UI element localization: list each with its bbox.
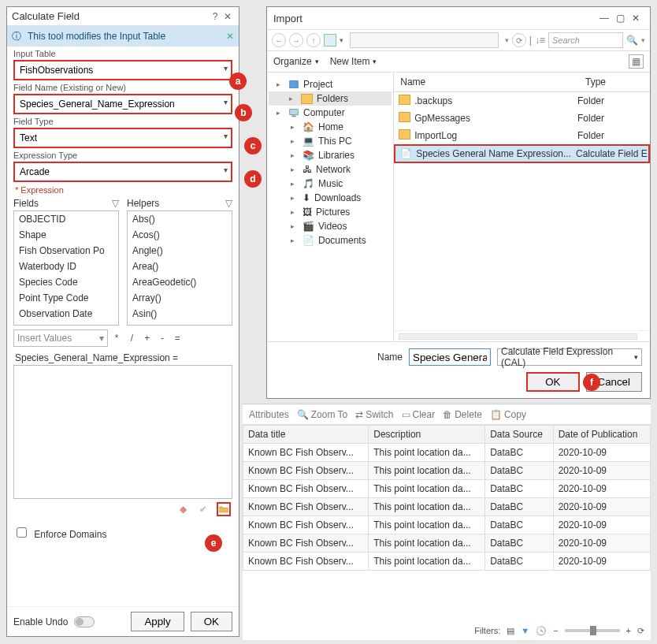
tb-clear[interactable]: ▭ Clear (402, 409, 436, 420)
tb-attributes[interactable]: Attributes (249, 409, 289, 420)
helper-item[interactable]: Angle() (128, 243, 232, 259)
field-item[interactable]: Shape (14, 227, 118, 243)
helper-item[interactable]: Acos() (128, 227, 232, 243)
field-item[interactable]: Waterbody ID (14, 259, 118, 274)
tb-copy[interactable]: 📋 Copy (490, 409, 526, 420)
table-row[interactable]: Known BC Fish Observ...This point locati… (243, 534, 651, 553)
tree-item[interactable]: ▸📚Libraries (269, 148, 392, 162)
tree-item[interactable]: ▸🖧Network (269, 162, 392, 177)
tree-computer[interactable]: Computer (303, 107, 345, 118)
field-name-dropdown[interactable] (13, 94, 232, 114)
eraser-icon[interactable]: ◆ (176, 502, 190, 516)
op-add[interactable]: + (141, 333, 154, 344)
search-input[interactable]: Search (548, 32, 623, 48)
tb-delete[interactable]: 🗑 Delete (443, 409, 482, 420)
file-row[interactable]: 📄Species General Name Expression...Calcu… (394, 144, 650, 163)
close-icon[interactable]: ✕ (221, 11, 234, 22)
tree-item[interactable]: ▸🎵Music (269, 177, 392, 191)
tree-folders[interactable]: Folders (317, 93, 348, 104)
op-divide[interactable]: / (125, 333, 138, 344)
col-type[interactable]: Type (579, 73, 650, 91)
helper-item[interactable]: Asin() (128, 306, 232, 322)
import-ok-button[interactable]: OK (526, 372, 579, 392)
tree-item[interactable]: ▸⬇Downloads (269, 191, 392, 205)
op-multiply[interactable]: * (110, 333, 123, 344)
col-name[interactable]: Name (394, 73, 579, 91)
input-table-dropdown[interactable] (13, 60, 232, 80)
tb-zoom[interactable]: 🔍 Zoom To (297, 409, 347, 420)
info-close-icon[interactable]: ✕ (226, 31, 234, 42)
helpers-list[interactable]: Abs()Acos()Angle()Area()AreaGeodetic()Ar… (127, 210, 232, 326)
insert-values-dropdown[interactable]: Insert Values▾ (13, 329, 108, 347)
open-folder-button[interactable] (217, 502, 231, 516)
new-item-dropdown[interactable]: New Item ▾ (330, 56, 377, 67)
tree-item[interactable]: ▸🏠Home (269, 120, 392, 134)
helper-item[interactable]: Abs() (128, 211, 232, 227)
helper-item[interactable]: Array() (128, 290, 232, 306)
maximize-icon[interactable]: ▢ (612, 13, 628, 24)
table-row[interactable]: Known BC Fish Observ...This point locati… (243, 498, 651, 516)
folder-tree[interactable]: ▸Project ▸Folders ▸Computer ▸🏠Home▸💻This… (267, 73, 394, 341)
check-icon[interactable]: ✔ (196, 502, 210, 516)
enforce-domains-checkbox[interactable]: Enforce Domains (17, 529, 106, 540)
undo-toggle[interactable] (74, 616, 95, 627)
helper-item[interactable]: Area() (128, 259, 232, 274)
path-box[interactable] (350, 32, 499, 48)
expression-type-dropdown[interactable] (13, 162, 232, 182)
minimize-icon[interactable]: — (596, 13, 612, 24)
table-row[interactable]: Known BC Fish Observ...This point locati… (243, 480, 651, 498)
zoom-in-icon[interactable]: + (626, 626, 631, 635)
table-row[interactable]: Known BC Fish Observ...This point locati… (243, 553, 651, 571)
tree-item[interactable]: ▸🎬Videos (269, 219, 392, 233)
zoom-out-icon[interactable]: − (553, 626, 558, 635)
helper-item[interactable]: AreaGeodetic() (128, 274, 232, 290)
filter-icon[interactable]: ▽ (225, 198, 232, 209)
refresh-icon[interactable]: ⟳ (637, 626, 644, 636)
tree-project[interactable]: Project (303, 79, 332, 90)
table-row[interactable]: Known BC Fish Observ...This point locati… (243, 516, 651, 534)
field-item[interactable]: Species Code (14, 274, 118, 290)
field-item[interactable]: OBJECTID (14, 211, 118, 227)
refresh-icon[interactable]: ⟳ (512, 33, 526, 47)
field-item[interactable]: Observation Date (14, 306, 118, 322)
tree-item[interactable]: ▸💻This PC (269, 134, 392, 148)
op-subtract[interactable]: - (156, 333, 169, 344)
ok-button[interactable]: OK (191, 612, 232, 631)
forward-icon[interactable]: → (289, 33, 303, 47)
h-scrollbar[interactable] (399, 333, 637, 340)
search-icon[interactable]: 🔍 (626, 35, 638, 46)
organize-dropdown[interactable]: Organize ▾ (273, 56, 319, 67)
tb-switch[interactable]: ⇄ Switch (355, 409, 393, 420)
filetype-filter[interactable]: Calculate Field Expression (CAL)▾ (497, 348, 642, 366)
zoom-slider[interactable] (565, 629, 620, 632)
table-col[interactable]: Date of Publication (553, 426, 650, 444)
up-icon[interactable]: ↑ (306, 33, 321, 47)
file-row[interactable]: .backupsFolder (394, 92, 650, 110)
table-row[interactable]: Known BC Fish Observ...This point locati… (243, 462, 651, 480)
filter-icon[interactable]: ▼ (521, 626, 529, 635)
expression-textarea[interactable] (13, 365, 232, 499)
filter-icon[interactable]: 🕓 (536, 626, 547, 636)
filename-input[interactable] (409, 348, 491, 366)
fields-list[interactable]: OBJECTIDShapeFish Observation PoWaterbod… (13, 210, 119, 326)
tree-item[interactable]: ▸🖼Pictures (269, 205, 392, 219)
back-icon[interactable]: ← (272, 33, 286, 47)
table-col[interactable]: Description (369, 426, 485, 444)
help-icon[interactable]: ? (209, 11, 221, 22)
field-type-dropdown[interactable] (13, 128, 232, 148)
filter-icon[interactable]: ▽ (112, 198, 119, 209)
apply-button[interactable]: Apply (131, 612, 184, 631)
file-row[interactable]: GpMessagesFolder (394, 110, 650, 127)
sort-icon[interactable]: ↓≡ (535, 35, 545, 46)
field-item[interactable]: Point Type Code (14, 290, 118, 306)
view-icon[interactable]: ▦ (629, 54, 644, 69)
field-item[interactable]: Fish Observation Po (14, 243, 118, 259)
table-row[interactable]: Known BC Fish Observ...This point locati… (243, 444, 651, 462)
op-equals[interactable]: = (171, 333, 184, 344)
table-col[interactable]: Data title (243, 426, 369, 444)
close-icon[interactable]: ✕ (628, 13, 644, 24)
file-row[interactable]: ImportLogFolder (394, 127, 650, 144)
table-col[interactable]: Data Source (485, 426, 553, 444)
tree-item[interactable]: ▸📄Documents (269, 233, 392, 248)
filter-icon[interactable]: ▤ (507, 626, 514, 636)
